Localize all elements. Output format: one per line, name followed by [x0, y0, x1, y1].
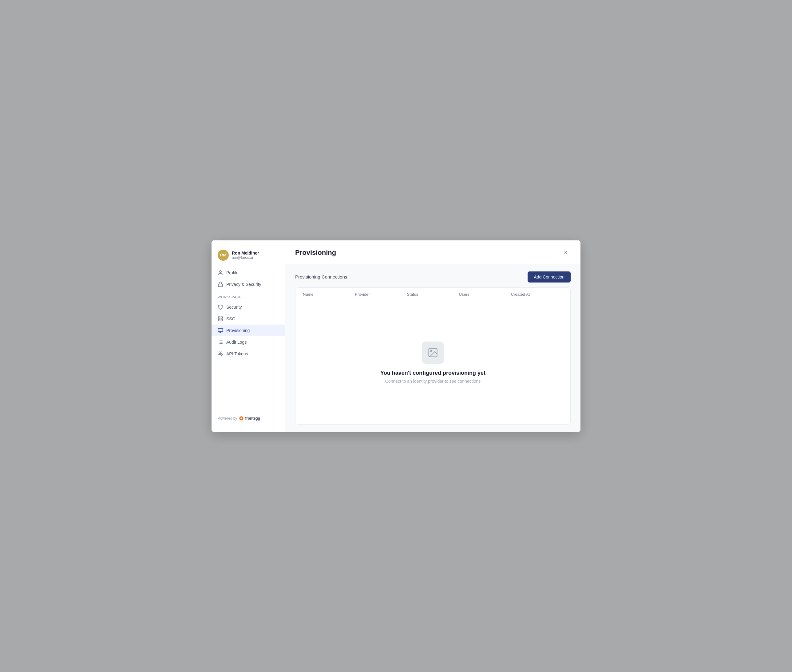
user-info: Ron Meldiner ron@faros.ai	[232, 251, 259, 260]
svg-rect-3	[221, 317, 222, 318]
col-provider: Provider	[355, 292, 407, 297]
provisioning-icon	[218, 328, 223, 333]
empty-state-title: You haven't configured provisioning yet	[380, 370, 485, 376]
svg-rect-4	[218, 319, 220, 321]
empty-icon-container	[422, 342, 444, 364]
svg-point-0	[219, 270, 221, 272]
sidebar-item-label-sso: SSO	[226, 316, 235, 321]
sidebar-item-security[interactable]: Security	[211, 301, 285, 313]
empty-state-subtitle: Connect to an identity provider to see c…	[385, 379, 481, 384]
sidebar-item-label-security: Security	[226, 305, 242, 310]
sidebar: RM Ron Meldiner ron@faros.ai Profile	[211, 240, 285, 432]
sidebar-item-audit-logs[interactable]: Audit Logs	[211, 336, 285, 348]
sidebar-item-label-audit-logs: Audit Logs	[226, 340, 246, 345]
sidebar-item-privacy-security[interactable]: Privacy & Security	[211, 278, 285, 290]
table-body-empty: You haven't configured provisioning yet …	[296, 301, 570, 424]
svg-point-15	[241, 418, 242, 419]
list-icon	[218, 339, 223, 345]
modal-overlay: RM Ron Meldiner ron@faros.ai Profile	[0, 0, 792, 672]
sidebar-item-profile[interactable]: Profile	[211, 267, 285, 278]
connections-title: Provisioning Connections	[295, 274, 347, 280]
col-status: Status	[407, 292, 459, 297]
svg-rect-1	[218, 284, 222, 286]
col-users: Users	[459, 292, 511, 297]
sidebar-item-label-privacy: Privacy & Security	[226, 282, 261, 287]
empty-image-icon	[427, 347, 438, 358]
powered-by-label: Powered by	[218, 416, 237, 421]
sidebar-item-sso[interactable]: SSO	[211, 313, 285, 325]
modal: RM Ron Meldiner ron@faros.ai Profile	[211, 240, 581, 432]
svg-rect-6	[218, 328, 223, 332]
svg-point-17	[431, 350, 432, 352]
frontegg-brand-icon	[239, 416, 244, 421]
person-icon	[218, 270, 223, 275]
lock-icon	[218, 282, 223, 287]
sidebar-item-label-api-tokens: API Tokens	[226, 351, 248, 356]
workspace-label: WORKSPACE	[211, 290, 285, 301]
svg-rect-2	[218, 317, 220, 318]
table-header: Name Provider Status Users Created At	[296, 288, 570, 301]
user-name: Ron Meldiner	[232, 251, 259, 256]
add-connection-button[interactable]: Add Connection	[528, 272, 571, 283]
col-name: Name	[303, 292, 355, 297]
svg-point-13	[219, 352, 221, 354]
connections-table: Name Provider Status Users Created At	[295, 288, 571, 424]
connections-header: Provisioning Connections Add Connection	[295, 272, 571, 283]
avatar: RM	[218, 250, 229, 261]
brand-name: frontegg	[245, 416, 260, 421]
shield-icon	[218, 304, 223, 310]
powered-by: Powered by frontegg	[211, 411, 285, 426]
content-area: Provisioning Connections Add Connection …	[285, 264, 581, 432]
sidebar-item-label-profile: Profile	[226, 270, 238, 275]
user-email: ron@faros.ai	[232, 256, 259, 260]
sidebar-item-api-tokens[interactable]: API Tokens	[211, 348, 285, 360]
svg-rect-5	[221, 319, 222, 321]
sidebar-item-label-provisioning: Provisioning	[226, 328, 250, 333]
grid-icon	[218, 316, 223, 322]
main-content: Provisioning × Provisioning Connections …	[285, 240, 581, 432]
col-created-at: Created At	[511, 292, 563, 297]
close-button[interactable]: ×	[561, 248, 571, 258]
modal-header: Provisioning ×	[285, 240, 581, 264]
people-icon	[218, 351, 223, 357]
page-title: Provisioning	[295, 249, 336, 257]
user-section: RM Ron Meldiner ron@faros.ai	[211, 246, 285, 267]
frontegg-logo: frontegg	[239, 416, 260, 421]
sidebar-item-provisioning[interactable]: Provisioning	[211, 325, 285, 336]
